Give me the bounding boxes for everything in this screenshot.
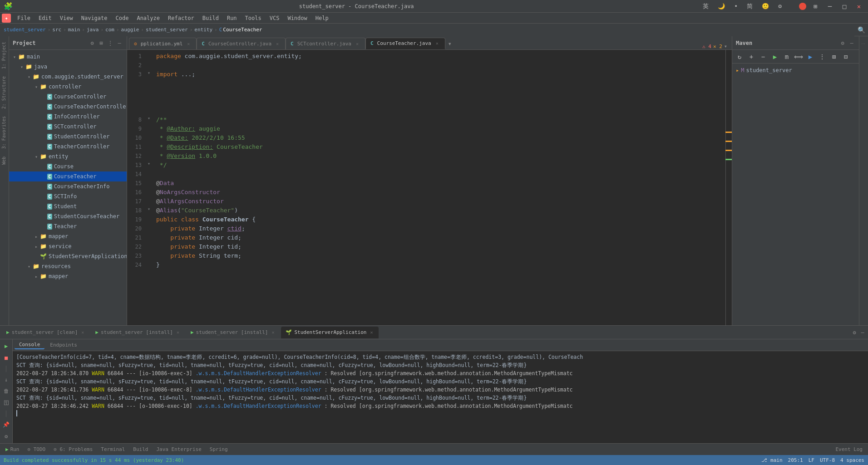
- settings-icon[interactable]: ⚙: [775, 2, 784, 10]
- tree-service[interactable]: ▸ 📁 service: [9, 241, 127, 251]
- line-ending[interactable]: LF: [809, 457, 814, 463]
- menu-code[interactable]: Code: [112, 14, 133, 22]
- filter-btn[interactable]: ⚿: [1, 398, 11, 408]
- maven-add-btn[interactable]: +: [746, 51, 757, 62]
- tree-courseteacher[interactable]: ▸ C CourseTeacher: [9, 171, 127, 181]
- stop-btn[interactable]: ■: [1, 353, 11, 363]
- tree-course[interactable]: ▸ C Course: [9, 162, 127, 171]
- maven-remove-btn[interactable]: −: [758, 51, 769, 62]
- tree-controller[interactable]: ▾ 📁 controller: [9, 82, 127, 92]
- menu-help[interactable]: Help: [312, 14, 332, 22]
- tree-courseteachercontroller[interactable]: ▸ C CourseTeacherController: [9, 102, 127, 112]
- menu-edit[interactable]: Edit: [35, 14, 55, 22]
- fold-comment[interactable]: ▾: [145, 113, 153, 122]
- tree-serverapp[interactable]: ▸ 🌱 StudentServerApplication: [9, 251, 127, 261]
- breadcrumb-item-server[interactable]: student_server: [146, 27, 188, 33]
- console-output[interactable]: [CourseTeacherInfo(cid=7, tid=4, cname=数…: [13, 351, 868, 443]
- maven-generate-btn[interactable]: ▶: [805, 51, 816, 62]
- tree-resources[interactable]: ▾ 📁 resources: [9, 261, 127, 271]
- console-tab-console[interactable]: Console: [15, 341, 44, 349]
- git-branch[interactable]: ⎇ main: [761, 457, 782, 463]
- lang-switch-icon[interactable]: 英: [700, 1, 711, 11]
- vert-tab-favorites[interactable]: 3: Favorites: [0, 113, 9, 152]
- tree-entity[interactable]: ▾ 📁 entity: [9, 152, 127, 162]
- dot-icon[interactable]: •: [731, 2, 740, 10]
- run-tab-clean[interactable]: ▶ student_server [clean] ✕: [2, 327, 90, 338]
- breadcrumb-item-file[interactable]: CCourseTeacher: [219, 27, 262, 33]
- tab-coursecontroller[interactable]: C CourseController.java ✕: [197, 38, 286, 49]
- fold-import[interactable]: ▾: [145, 68, 153, 77]
- menu-tools[interactable]: Tools: [242, 14, 265, 22]
- tree-sctinfo[interactable]: ▸ C SCTInfo: [9, 191, 127, 201]
- bottom-tab-todo[interactable]: ⊙ TODO: [24, 445, 49, 453]
- tab-pplication-yml[interactable]: ⚙ pplication.yml ✕: [129, 38, 197, 49]
- maven-skip-btn[interactable]: ⟺: [793, 51, 804, 62]
- tree-infocontroller[interactable]: ▸ C InfoController: [9, 112, 127, 122]
- toolbar-extra-btn[interactable]: ⊞: [810, 1, 821, 12]
- vert-tab-right-1[interactable]: ⋮: [859, 38, 868, 49]
- tabs-more-btn[interactable]: ▾: [445, 38, 454, 49]
- tree-sctcontroller[interactable]: ▸ C SCTcontroller: [9, 122, 127, 132]
- tree-main[interactable]: ▾ 📁 main: [9, 52, 127, 62]
- console-tab-endpoints[interactable]: Endpoints: [45, 341, 82, 349]
- breadcrumb-item-auggie[interactable]: auggie: [121, 27, 139, 33]
- menu-window[interactable]: Window: [284, 14, 311, 22]
- expand-errors-btn[interactable]: ▾: [724, 43, 727, 49]
- maven-minimize-btn[interactable]: —: [848, 39, 855, 47]
- menu-run[interactable]: Run: [223, 14, 241, 22]
- clear-btn[interactable]: 🗑: [1, 387, 11, 396]
- tree-teachercontroller[interactable]: ▸ C TeacherController: [9, 142, 127, 152]
- breadcrumb-item-root[interactable]: student_server: [4, 27, 46, 33]
- settings-btn[interactable]: ⚙: [1, 431, 11, 441]
- scroll-end-btn[interactable]: ↓: [1, 375, 11, 385]
- close-tab-cc[interactable]: ✕: [274, 41, 281, 47]
- maven-settings-btn[interactable]: ⚙: [839, 39, 846, 47]
- maven-run-btn[interactable]: ▶: [769, 51, 780, 62]
- tree-mapper2[interactable]: ▸ 📁 mapper: [9, 271, 127, 281]
- tree-teacher[interactable]: ▸ C Teacher: [9, 221, 127, 231]
- vert-tab-structure[interactable]: 2: Structure: [0, 73, 9, 113]
- menu-analyze[interactable]: Analyze: [133, 14, 163, 22]
- project-layout-btn[interactable]: ⋮: [107, 39, 114, 47]
- tree-coursecontroller[interactable]: ▸ C CourseController: [9, 92, 127, 102]
- close-tab-sct[interactable]: ✕: [354, 41, 360, 47]
- menu-refactor[interactable]: Refactor: [164, 14, 198, 22]
- maven-options-btn[interactable]: ⋮: [817, 51, 828, 62]
- tree-courseteacherinfo[interactable]: ▸ C CourseTeacherInfo: [9, 181, 127, 191]
- menu-file[interactable]: File: [14, 14, 34, 22]
- close-btn[interactable]: ✕: [853, 1, 864, 12]
- run-minimize-btn[interactable]: —: [859, 329, 866, 336]
- tree-studentcourseteacher[interactable]: ▸ C StudentCourseTeacher: [9, 211, 127, 221]
- fold-class[interactable]: ▾: [145, 204, 153, 213]
- tab-sctcontroller[interactable]: C SCTcontroller.java ✕: [286, 38, 365, 49]
- maven-refresh-btn[interactable]: ↻: [734, 51, 745, 62]
- maximize-btn[interactable]: □: [839, 1, 850, 12]
- breadcrumb-item-entity[interactable]: entity: [194, 27, 212, 33]
- fold-javadoc[interactable]: ▾: [145, 159, 153, 168]
- menu-build[interactable]: Build: [199, 14, 222, 22]
- tree-java[interactable]: ▾ 📁 java: [9, 62, 127, 72]
- menu-view[interactable]: View: [56, 14, 77, 22]
- breadcrumb-item-java[interactable]: java: [87, 27, 99, 33]
- tree-com[interactable]: ▾ 📁 com.auggie.student_server: [9, 72, 127, 82]
- code-content[interactable]: package com.auggie.student_server.entity…: [153, 50, 725, 325]
- event-log-btn[interactable]: Event Log: [832, 445, 866, 453]
- emoji-icon[interactable]: 🙂: [759, 2, 772, 10]
- bottom-tab-run[interactable]: ▶ Run: [2, 445, 23, 453]
- menu-vcs[interactable]: VCS: [266, 14, 283, 22]
- tree-student[interactable]: ▸ C Student: [9, 201, 127, 211]
- breadcrumb-item-main[interactable]: main: [68, 27, 80, 33]
- menu-navigate[interactable]: Navigate: [78, 14, 111, 22]
- vert-tab-web[interactable]: Web: [0, 153, 9, 168]
- run-settings-btn[interactable]: ⚙: [851, 329, 858, 336]
- close-run-app[interactable]: ✕: [369, 330, 374, 335]
- bottom-tab-problems[interactable]: ⊙ 6: Problems: [50, 445, 96, 453]
- pin-btn[interactable]: 📌: [1, 420, 11, 430]
- position-indicator[interactable]: 205:1: [788, 457, 803, 463]
- bottom-tab-build[interactable]: Build: [129, 445, 152, 453]
- run-tab-install1[interactable]: ▶ student_server [install] ✕: [91, 327, 185, 338]
- bottom-tab-spring[interactable]: Spring: [206, 445, 232, 453]
- close-run-clean[interactable]: ✕: [80, 330, 85, 335]
- restart-btn[interactable]: ▶: [1, 341, 11, 351]
- close-run-install1[interactable]: ✕: [175, 330, 181, 335]
